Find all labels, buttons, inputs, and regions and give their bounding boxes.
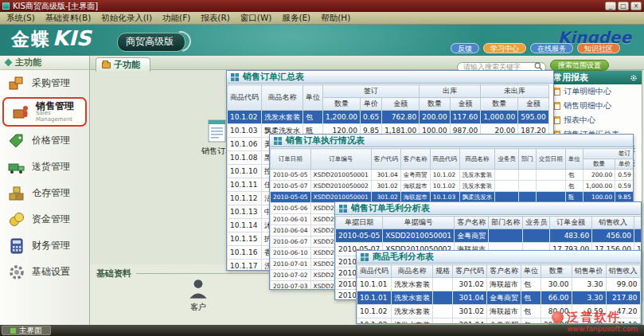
table-cell[interactable]: 301.02: [453, 305, 487, 318]
report-link[interactable]: 销售明细中心: [549, 99, 642, 113]
table-cell[interactable]: [495, 181, 519, 192]
search-scope-button[interactable]: 搜索范围设置: [550, 60, 609, 71]
table-cell[interactable]: [433, 278, 453, 291]
column-header[interactable]: 出库: [420, 85, 481, 98]
table-cell[interactable]: 10.1.16: [228, 246, 262, 260]
column-header[interactable]: 单位: [565, 149, 583, 170]
table-cell[interactable]: [518, 170, 536, 181]
table-cell[interactable]: 海联超市: [400, 181, 430, 192]
menu-item[interactable]: 帮助(H): [321, 13, 350, 24]
table-cell[interactable]: 包: [565, 170, 583, 181]
table-cell[interactable]: 0.59: [615, 181, 633, 192]
report-link[interactable]: 订单明细中心: [549, 84, 642, 99]
table-cell[interactable]: 2010-07-02: [271, 270, 311, 281]
column-header[interactable]: 金额: [518, 98, 549, 111]
table-cell[interactable]: 洗发水套装: [392, 318, 433, 324]
table-cell[interactable]: 10.1.15: [228, 232, 262, 246]
quick-button[interactable]: 反馈: [451, 43, 479, 53]
table-cell[interactable]: [536, 170, 565, 181]
column-header[interactable]: 数量: [583, 159, 615, 170]
table-cell[interactable]: 0.65: [361, 111, 382, 124]
window-titlebar[interactable]: 销售订单执行情况表: [270, 135, 633, 147]
table-cell[interactable]: 10.1.14: [228, 219, 262, 232]
table-cell[interactable]: 2010-06-01: [271, 214, 311, 225]
column-header[interactable]: 数量: [481, 98, 518, 111]
table-cell[interactable]: 301.04: [453, 291, 487, 305]
table-row[interactable]: 10.1.01洗发水套装301.02海联超市包30.003.3099.003.7…: [357, 278, 642, 291]
column-header[interactable]: 单据编号: [383, 217, 455, 229]
table-cell[interactable]: 595.00: [518, 111, 549, 124]
table-cell[interactable]: 10.1.11: [228, 178, 262, 192]
close-button[interactable]: ×: [630, 2, 642, 10]
window-titlebar[interactable]: 商品毛利分布表: [357, 251, 641, 264]
table-cell[interactable]: 洗发水套装: [459, 181, 495, 192]
sidebar-item-cash[interactable]: 资金管理: [0, 206, 89, 232]
quick-button[interactable]: 学习中心: [483, 43, 526, 53]
table-cell[interactable]: 301.04: [371, 170, 400, 181]
table-cell[interactable]: 99.00: [606, 278, 640, 291]
sidebar-item-sales[interactable]: 销售管理 Sales Management: [2, 97, 87, 127]
table-row[interactable]: 2010-05-07XSDD2010050002301.02海联超市10.1.0…: [271, 181, 634, 192]
table-cell[interactable]: 2010-05-06: [271, 203, 311, 214]
table-cell[interactable]: 2010-06-07: [271, 236, 311, 248]
report-link[interactable]: 报表中心: [549, 113, 642, 127]
table-cell[interactable]: 10.1.06: [228, 138, 262, 151]
column-header[interactable]: 单位: [303, 85, 323, 111]
column-header[interactable]: 商品名称: [459, 149, 495, 170]
maximize-button[interactable]: □: [618, 2, 629, 10]
table-cell[interactable]: 117.60: [450, 111, 481, 124]
table-cell[interactable]: [433, 291, 453, 305]
table-cell[interactable]: [489, 229, 523, 243]
table-cell[interactable]: 0.59: [615, 170, 633, 181]
table-cell[interactable]: 456.00: [592, 229, 634, 243]
table-cell[interactable]: 30.00: [541, 278, 572, 291]
menu-item[interactable]: 服务(E): [282, 13, 310, 24]
table-cell[interactable]: 包: [521, 305, 541, 318]
table-cell[interactable]: 762.80: [382, 111, 420, 124]
table-cell[interactable]: 0.62: [640, 305, 641, 318]
table-cell[interactable]: 洗发水套装: [392, 305, 433, 318]
table-cell[interactable]: 包: [565, 181, 583, 192]
table-cell[interactable]: 301.02: [453, 278, 487, 291]
table-cell[interactable]: 10.1.02: [228, 111, 262, 124]
table-row[interactable]: 2010-05-05XSDD2010050001301.04金粤商贸10.1.0…: [271, 170, 634, 181]
table-cell[interactable]: 2010-05-05: [271, 192, 311, 203]
table-cell[interactable]: 200.00: [420, 111, 451, 124]
table-cell[interactable]: 483.60: [550, 229, 592, 243]
menu-item[interactable]: 基础资料(B): [45, 13, 91, 24]
column-header[interactable]: 销售收入: [606, 265, 640, 278]
table-cell[interactable]: 2010-05-07: [271, 181, 311, 192]
menu-item[interactable]: 功能(F): [162, 13, 190, 24]
table-cell[interactable]: 2010-06-10: [271, 248, 311, 259]
table-cell[interactable]: 金粤商贸: [487, 291, 521, 305]
table-cell[interactable]: 金粤商贸: [487, 318, 521, 324]
column-header[interactable]: 商品名称: [392, 265, 433, 278]
window-titlebar[interactable]: 销售订单毛利分析表: [335, 202, 641, 215]
table-cell[interactable]: 2010-05-05: [336, 229, 383, 243]
table-cell[interactable]: 476.46: [634, 229, 641, 243]
window-titlebar[interactable]: KIS商贸高级版-[主界面] _ □ ×: [0, 0, 644, 12]
status-tab-main[interactable]: 主界面: [2, 326, 51, 335]
column-header[interactable]: 客户代码: [453, 265, 487, 278]
sidebar-item-inventory[interactable]: 仓存管理: [0, 180, 89, 206]
table-cell[interactable]: 3.73: [640, 291, 641, 305]
table-cell[interactable]: 10.1.02: [357, 318, 392, 324]
column-header[interactable]: 交货日期: [536, 149, 565, 170]
table-cell[interactable]: 金粤商贸: [400, 170, 430, 181]
table-cell[interactable]: 301.04: [453, 318, 487, 324]
column-header[interactable]: 客户名称: [400, 149, 430, 170]
table-cell[interactable]: [495, 170, 519, 181]
table-cell[interactable]: 包: [303, 111, 323, 124]
tab-subfunction[interactable]: 子功能: [96, 57, 150, 72]
table-cell[interactable]: [523, 229, 550, 243]
table-cell[interactable]: 10.1.01: [357, 278, 392, 291]
table-cell[interactable]: [433, 318, 453, 324]
table-cell[interactable]: 10.1.12: [228, 192, 262, 205]
table-cell[interactable]: [518, 181, 536, 192]
column-header[interactable]: 订单编号: [310, 149, 371, 170]
table-cell[interactable]: 洗发水套装: [392, 291, 433, 305]
column-header[interactable]: 单据日期: [336, 217, 383, 229]
column-header[interactable]: 销售成本: [634, 217, 641, 229]
menu-item[interactable]: 窗口(W): [240, 13, 272, 24]
table-cell[interactable]: 0.62: [640, 318, 641, 324]
